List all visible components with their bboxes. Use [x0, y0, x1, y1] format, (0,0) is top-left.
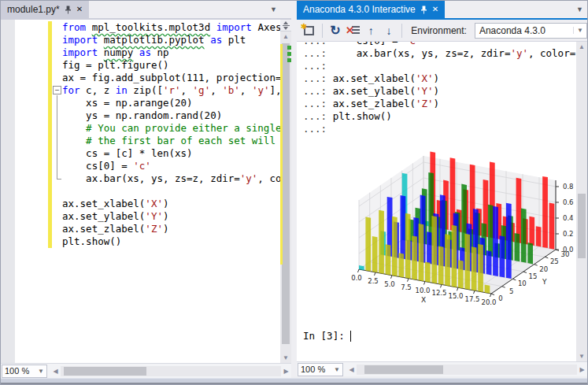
- interactive-console[interactable]: ...: cs[0] = 'c'...: ax.bar(xs, ys, zs=z…: [297, 42, 576, 361]
- editor-bottom-bar: 100 % ▼ ◀ ▶: [1, 363, 291, 378]
- code-line: fig = plt.figure(): [15, 59, 280, 72]
- code-line: ...:: [303, 60, 576, 72]
- scroll-left-icon[interactable]: ◀: [346, 366, 357, 373]
- pane-splitter[interactable]: [291, 1, 297, 378]
- scrollbar-thumb[interactable]: [64, 367, 146, 376]
- svg-text:Y: Y: [542, 278, 547, 286]
- interactive-pane: Anaconda 4.3.0 Interactive ✕ ▼ ✱ ↻: [297, 1, 587, 378]
- code-line: # You can provide either a single color …: [15, 122, 280, 135]
- editor-pane: module1.py* ✕ ▼ from mpl_toolkits.mplot3…: [1, 1, 291, 378]
- code-line: cs[0] = 'c': [15, 160, 280, 172]
- code-line: ...: ax.bar(xs, ys, zs=z, zdir='y', colo…: [303, 47, 576, 60]
- editor-horizontal-scrollbar[interactable]: ◀ ▶: [50, 365, 291, 378]
- scroll-right-icon[interactable]: ▶: [281, 368, 291, 375]
- svg-text:X: X: [421, 296, 426, 304]
- svg-text:17.5: 17.5: [465, 295, 480, 303]
- arrow-down-icon: ↓: [386, 24, 392, 37]
- history-next-button[interactable]: ↓: [382, 22, 397, 39]
- restart-kernel-button[interactable]: ↻: [328, 22, 343, 39]
- figure-output: 0.02.55.07.510.012.515.017.520.005101520…: [324, 137, 576, 320]
- code-editor[interactable]: from mpl_toolkits.mplot3d import Axes3Di…: [1, 20, 291, 363]
- tab-title: Anaconda 4.3.0 Interactive: [303, 4, 416, 15]
- scroll-down-icon[interactable]: ▼: [576, 351, 587, 361]
- toolbar-separator: [322, 24, 323, 38]
- zoom-value: 100 %: [5, 366, 38, 376]
- code-line: plt.show(): [15, 235, 280, 248]
- clear-screen-button[interactable]: ✕: [346, 22, 361, 39]
- svg-text:0.6: 0.6: [563, 198, 574, 206]
- environment-value: Anaconda 4.3.0: [475, 25, 573, 36]
- code-line: ax.bar(xs, ys, zs=z, zdir='y', color=cs): [15, 172, 280, 185]
- svg-text:15: 15: [529, 272, 538, 280]
- console-zoom-combobox[interactable]: 100 % ▼: [298, 363, 343, 376]
- console-vertical-scrollbar[interactable]: ▲ ▼: [576, 42, 587, 361]
- restart-icon: ↻: [330, 24, 340, 37]
- fold-collapse-button[interactable]: –: [53, 86, 61, 94]
- code-line: import matplotlib.pyplot as plt: [15, 34, 280, 46]
- svg-text:5: 5: [509, 287, 513, 295]
- tab-module1-py[interactable]: module1.py* ✕: [1, 1, 89, 18]
- console-horizontal-scrollbar[interactable]: ◀ ▶: [346, 363, 587, 376]
- visual-studio-window: module1.py* ✕ ▼ from mpl_toolkits.mplot3…: [0, 0, 588, 385]
- console-bottom-bar: 100 % ▼ ◀ ▶: [297, 361, 587, 376]
- environment-combobox[interactable]: Anaconda 4.3.0 ▼: [475, 23, 587, 39]
- scrollbar-thumb[interactable]: [578, 194, 586, 258]
- code-line: cs = [c] * len(xs): [15, 147, 280, 160]
- code-line: ...: ax.set_xlabel('X'): [303, 72, 576, 85]
- svg-text:12.5: 12.5: [432, 289, 447, 297]
- scrollbar-thumb[interactable]: [364, 365, 443, 374]
- scroll-down-icon[interactable]: ▼: [280, 353, 291, 363]
- arrow-up-icon: ↑: [368, 24, 374, 37]
- toolbar-separator: [401, 24, 402, 38]
- code-line: xs = np.arange(20): [15, 97, 280, 109]
- window-menu-dropdown-icon[interactable]: ▼: [576, 6, 583, 13]
- pin-icon[interactable]: [420, 6, 427, 14]
- text-caret: [350, 331, 351, 342]
- code-line: from mpl_toolkits.mplot3d import Axes3D: [15, 21, 280, 34]
- clear-screen-icon: ✕: [346, 24, 360, 36]
- chevron-down-icon: ▼: [334, 366, 340, 373]
- code-line: ...: cs[0] = 'c': [303, 42, 576, 47]
- svg-text:10: 10: [518, 279, 527, 287]
- code-line: ys = np.random.rand(20): [15, 109, 280, 122]
- history-previous-button[interactable]: ↑: [364, 22, 379, 39]
- code-line: ...:: [303, 123, 576, 135]
- pin-icon[interactable]: [65, 6, 72, 14]
- code-line: ...: plt.show(): [303, 110, 576, 123]
- input-prompt-line[interactable]: In [3]:: [303, 330, 576, 342]
- editor-zoom-combobox[interactable]: 100 % ▼: [2, 365, 47, 378]
- scroll-right-icon[interactable]: ▶: [577, 366, 587, 373]
- close-icon[interactable]: ✕: [76, 6, 83, 13]
- svg-text:0.0: 0.0: [563, 246, 574, 254]
- scrollbar-thumb[interactable]: [282, 43, 290, 344]
- close-icon[interactable]: ✕: [432, 6, 438, 13]
- tab-title: module1.py*: [7, 4, 60, 15]
- scroll-left-icon[interactable]: ◀: [50, 368, 61, 375]
- svg-text:0.2: 0.2: [563, 230, 574, 238]
- svg-text:20.0: 20.0: [482, 298, 497, 306]
- new-window-icon: ✱: [304, 26, 314, 35]
- warning-mark: [287, 58, 291, 62]
- code-text-area[interactable]: from mpl_toolkits.mplot3d import Axes3Di…: [15, 20, 280, 363]
- code-line: import numpy as np: [15, 46, 280, 59]
- new-interactive-window-button[interactable]: ✱: [301, 22, 316, 39]
- tab-anaconda-interactive[interactable]: Anaconda 4.3.0 Interactive ✕: [297, 1, 445, 18]
- scroll-up-icon[interactable]: ▲: [576, 42, 587, 52]
- fold-guide-corner: [57, 179, 61, 180]
- svg-text:15.0: 15.0: [449, 292, 464, 300]
- tab-list-dropdown-icon[interactable]: ▼: [270, 6, 277, 13]
- zoom-value: 100 %: [301, 365, 334, 374]
- scroll-up-icon[interactable]: ▲: [280, 31, 291, 42]
- editor-splitter-handle[interactable]: [280, 20, 291, 31]
- code-line: # the first bar of each set will be colo…: [15, 135, 280, 147]
- indicator-margin: [1, 20, 15, 363]
- warning-mark: [287, 46, 291, 50]
- svg-text:25: 25: [550, 257, 559, 265]
- svg-text:0.0: 0.0: [351, 274, 362, 282]
- svg-text:0: 0: [498, 294, 502, 302]
- chevron-down-icon: ▼: [38, 368, 44, 375]
- code-line: ax.set_zlabel('Z'): [15, 223, 280, 235]
- code-line: ...: ax.set_zlabel('Z'): [303, 98, 576, 110]
- editor-vertical-scrollbar[interactable]: ▲ ▼: [280, 20, 291, 363]
- prompt-label: In [3]:: [303, 330, 350, 342]
